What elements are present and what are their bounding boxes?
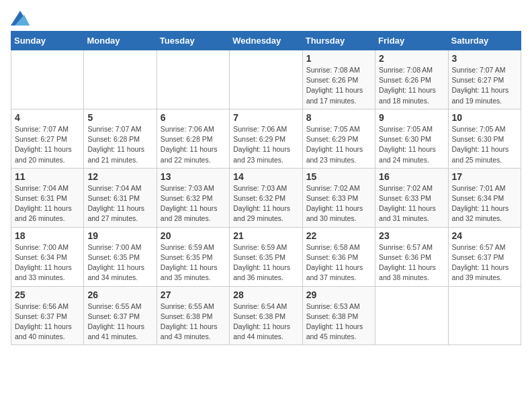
calendar-cell: 15Sunrise: 7:02 AMSunset: 6:33 PMDayligh…: [302, 168, 375, 227]
day-info: Sunrise: 6:56 AMSunset: 6:37 PMDaylight:…: [15, 302, 80, 342]
calendar-cell: [448, 286, 521, 345]
day-number: 4: [15, 112, 80, 123]
calendar-cell: 25Sunrise: 6:56 AMSunset: 6:37 PMDayligh…: [11, 286, 84, 345]
calendar-cell: 16Sunrise: 7:02 AMSunset: 6:33 PMDayligh…: [375, 168, 448, 227]
day-info: Sunrise: 7:08 AMSunset: 6:26 PMDaylight:…: [379, 65, 444, 106]
day-info: Sunrise: 7:03 AMSunset: 6:32 PMDaylight:…: [233, 183, 298, 224]
day-info: Sunrise: 7:04 AMSunset: 6:31 PMDaylight:…: [87, 183, 152, 224]
calendar-cell: 28Sunrise: 6:54 AMSunset: 6:38 PMDayligh…: [230, 286, 302, 345]
day-number: 8: [306, 112, 371, 123]
calendar-cell: 13Sunrise: 7:03 AMSunset: 6:32 PMDayligh…: [157, 168, 229, 227]
day-number: 21: [233, 230, 298, 241]
week-row-4: 18Sunrise: 7:00 AMSunset: 6:34 PMDayligh…: [11, 227, 521, 286]
header-cell-saturday: Saturday: [448, 32, 521, 50]
week-row-5: 25Sunrise: 6:56 AMSunset: 6:37 PMDayligh…: [11, 286, 521, 345]
calendar-cell: [230, 50, 302, 109]
calendar-cell: 12Sunrise: 7:04 AMSunset: 6:31 PMDayligh…: [84, 168, 157, 227]
day-info: Sunrise: 6:57 AMSunset: 6:37 PMDaylight:…: [452, 242, 517, 283]
calendar-cell: 11Sunrise: 7:04 AMSunset: 6:31 PMDayligh…: [11, 168, 84, 227]
logo-icon: [11, 11, 30, 26]
day-info: Sunrise: 6:54 AMSunset: 6:38 PMDaylight:…: [233, 302, 298, 342]
day-number: 9: [379, 112, 444, 123]
calendar-cell: 19Sunrise: 7:00 AMSunset: 6:35 PMDayligh…: [84, 227, 157, 286]
day-number: 20: [161, 230, 226, 241]
header-cell-tuesday: Tuesday: [157, 32, 229, 50]
day-number: 10: [452, 112, 517, 123]
calendar-table: SundayMondayTuesdayWednesdayThursdayFrid…: [11, 31, 521, 345]
calendar-cell: 18Sunrise: 7:00 AMSunset: 6:34 PMDayligh…: [11, 227, 84, 286]
day-info: Sunrise: 7:05 AMSunset: 6:29 PMDaylight:…: [306, 124, 371, 165]
day-number: 11: [15, 171, 80, 182]
day-info: Sunrise: 6:59 AMSunset: 6:35 PMDaylight:…: [161, 242, 226, 283]
calendar-cell: 7Sunrise: 7:06 AMSunset: 6:29 PMDaylight…: [230, 109, 302, 168]
calendar-cell: [11, 50, 84, 109]
calendar-cell: 20Sunrise: 6:59 AMSunset: 6:35 PMDayligh…: [157, 227, 229, 286]
calendar-header-row: SundayMondayTuesdayWednesdayThursdayFrid…: [11, 32, 521, 50]
week-row-1: 1Sunrise: 7:08 AMSunset: 6:26 PMDaylight…: [11, 50, 521, 109]
calendar-cell: 17Sunrise: 7:01 AMSunset: 6:34 PMDayligh…: [448, 168, 521, 227]
day-number: 26: [87, 289, 152, 300]
calendar-cell: 6Sunrise: 7:06 AMSunset: 6:28 PMDaylight…: [157, 109, 229, 168]
calendar-cell: 21Sunrise: 6:59 AMSunset: 6:35 PMDayligh…: [230, 227, 302, 286]
calendar-cell: 4Sunrise: 7:07 AMSunset: 6:27 PMDaylight…: [11, 109, 84, 168]
day-info: Sunrise: 7:00 AMSunset: 6:34 PMDaylight:…: [15, 242, 80, 283]
day-info: Sunrise: 7:03 AMSunset: 6:32 PMDaylight:…: [161, 183, 226, 224]
day-number: 2: [379, 53, 444, 64]
calendar-cell: 9Sunrise: 7:05 AMSunset: 6:30 PMDaylight…: [375, 109, 448, 168]
day-number: 18: [15, 230, 80, 241]
header: [11, 11, 521, 26]
calendar-cell: 5Sunrise: 7:07 AMSunset: 6:28 PMDaylight…: [84, 109, 157, 168]
week-row-2: 4Sunrise: 7:07 AMSunset: 6:27 PMDaylight…: [11, 109, 521, 168]
calendar-cell: 29Sunrise: 6:53 AMSunset: 6:38 PMDayligh…: [302, 286, 375, 345]
week-row-3: 11Sunrise: 7:04 AMSunset: 6:31 PMDayligh…: [11, 168, 521, 227]
day-number: 16: [379, 171, 444, 182]
day-info: Sunrise: 6:58 AMSunset: 6:36 PMDaylight:…: [306, 242, 371, 283]
calendar-cell: 10Sunrise: 7:05 AMSunset: 6:30 PMDayligh…: [448, 109, 521, 168]
day-info: Sunrise: 7:05 AMSunset: 6:30 PMDaylight:…: [452, 124, 517, 165]
day-info: Sunrise: 7:02 AMSunset: 6:33 PMDaylight:…: [379, 183, 444, 224]
day-number: 19: [87, 230, 152, 241]
day-number: 3: [452, 53, 517, 64]
day-info: Sunrise: 7:07 AMSunset: 6:27 PMDaylight:…: [15, 124, 80, 165]
calendar-cell: 2Sunrise: 7:08 AMSunset: 6:26 PMDaylight…: [375, 50, 448, 109]
calendar-cell: 26Sunrise: 6:55 AMSunset: 6:37 PMDayligh…: [84, 286, 157, 345]
day-info: Sunrise: 6:57 AMSunset: 6:36 PMDaylight:…: [379, 242, 444, 283]
header-cell-wednesday: Wednesday: [230, 32, 302, 50]
calendar-cell: 24Sunrise: 6:57 AMSunset: 6:37 PMDayligh…: [448, 227, 521, 286]
day-info: Sunrise: 7:05 AMSunset: 6:30 PMDaylight:…: [379, 124, 444, 165]
header-cell-sunday: Sunday: [11, 32, 84, 50]
day-info: Sunrise: 7:04 AMSunset: 6:31 PMDaylight:…: [15, 183, 80, 224]
day-info: Sunrise: 6:53 AMSunset: 6:38 PMDaylight:…: [306, 302, 371, 342]
day-info: Sunrise: 7:08 AMSunset: 6:26 PMDaylight:…: [306, 65, 371, 106]
day-info: Sunrise: 6:59 AMSunset: 6:35 PMDaylight:…: [233, 242, 298, 283]
day-number: 17: [452, 171, 517, 182]
day-number: 12: [87, 171, 152, 182]
day-number: 1: [306, 53, 371, 64]
day-number: 25: [15, 289, 80, 300]
calendar-cell: [84, 50, 157, 109]
logo: [11, 11, 32, 26]
day-info: Sunrise: 7:06 AMSunset: 6:29 PMDaylight:…: [233, 124, 298, 165]
day-number: 24: [452, 230, 517, 241]
calendar-cell: 22Sunrise: 6:58 AMSunset: 6:36 PMDayligh…: [302, 227, 375, 286]
calendar-cell: [375, 286, 448, 345]
day-number: 23: [379, 230, 444, 241]
calendar-cell: 3Sunrise: 7:07 AMSunset: 6:27 PMDaylight…: [448, 50, 521, 109]
calendar-cell: 1Sunrise: 7:08 AMSunset: 6:26 PMDaylight…: [302, 50, 375, 109]
calendar-cell: 8Sunrise: 7:05 AMSunset: 6:29 PMDaylight…: [302, 109, 375, 168]
header-cell-thursday: Thursday: [302, 32, 375, 50]
day-info: Sunrise: 6:55 AMSunset: 6:37 PMDaylight:…: [87, 302, 152, 342]
calendar-body: 1Sunrise: 7:08 AMSunset: 6:26 PMDaylight…: [11, 50, 521, 345]
header-cell-monday: Monday: [84, 32, 157, 50]
calendar-cell: 14Sunrise: 7:03 AMSunset: 6:32 PMDayligh…: [230, 168, 302, 227]
day-number: 14: [233, 171, 298, 182]
day-number: 13: [161, 171, 226, 182]
calendar-cell: 23Sunrise: 6:57 AMSunset: 6:36 PMDayligh…: [375, 227, 448, 286]
day-info: Sunrise: 6:55 AMSunset: 6:38 PMDaylight:…: [161, 302, 226, 342]
day-info: Sunrise: 7:02 AMSunset: 6:33 PMDaylight:…: [306, 183, 371, 224]
header-cell-friday: Friday: [375, 32, 448, 50]
day-number: 29: [306, 289, 371, 300]
calendar-cell: 27Sunrise: 6:55 AMSunset: 6:38 PMDayligh…: [157, 286, 229, 345]
day-info: Sunrise: 7:00 AMSunset: 6:35 PMDaylight:…: [87, 242, 152, 283]
day-number: 15: [306, 171, 371, 182]
